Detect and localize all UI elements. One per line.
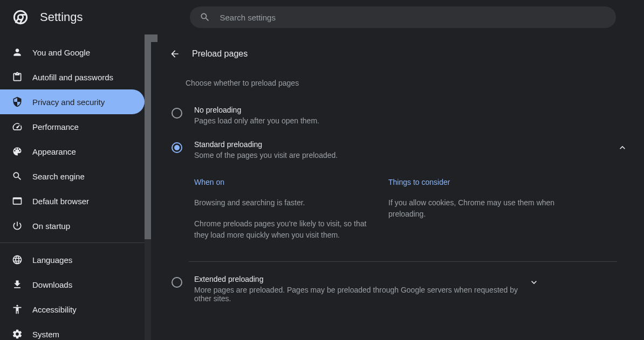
content-area: Preload pages Choose whether to preload … xyxy=(151,34,644,340)
sidebar-item-label: System xyxy=(32,330,59,339)
chevron-down-icon[interactable] xyxy=(529,277,539,288)
search-input[interactable] xyxy=(220,13,606,22)
radio-subtitle: More pages are preloaded. Pages may be p… xyxy=(194,286,529,303)
radio-content: Standard preloading Some of the pages yo… xyxy=(194,140,617,159)
globe-icon xyxy=(12,254,23,265)
page-title: Preload pages xyxy=(192,49,248,59)
radio-title: Standard preloading xyxy=(194,140,617,149)
sidebar-item-search-engine[interactable]: Search engine xyxy=(0,164,145,189)
sidebar-item-label: Search engine xyxy=(32,172,85,181)
search-icon xyxy=(12,171,23,182)
browser-icon xyxy=(12,196,23,206)
accessibility-icon xyxy=(12,304,23,315)
when-on-column: When on Browsing and searching is faster… xyxy=(194,178,367,251)
arrow-back-icon xyxy=(169,48,180,59)
app-header: Settings xyxy=(0,0,644,34)
sidebar-item-performance[interactable]: Performance xyxy=(0,114,145,139)
sidebar-item-on-startup[interactable]: On startup xyxy=(0,213,145,238)
consider-column: Things to consider If you allow cookies,… xyxy=(388,178,561,251)
radio-title: Extended preloading xyxy=(194,275,529,283)
shield-icon xyxy=(12,96,23,107)
clipboard-icon xyxy=(12,72,23,82)
radio-button[interactable] xyxy=(172,142,182,153)
radio-option-no-preloading[interactable]: No preloading Pages load only after you … xyxy=(166,98,644,133)
radio-button[interactable] xyxy=(172,108,182,119)
main-container: You and Google Autofill and passwords Pr… xyxy=(0,34,644,340)
consider-text-1: If you allow cookies, Chrome may use the… xyxy=(388,197,561,220)
sidebar-item-label: Languages xyxy=(32,255,72,265)
gear-icon xyxy=(12,329,23,339)
sidebar-item-label: On startup xyxy=(32,221,70,231)
download-icon xyxy=(12,279,23,290)
sidebar-item-you-and-google[interactable]: You and Google xyxy=(0,40,145,65)
palette-icon xyxy=(12,146,23,157)
radio-subtitle: Some of the pages you visit are preloade… xyxy=(194,151,617,159)
chevron-up-icon[interactable] xyxy=(617,142,628,153)
sidebar-item-accessibility[interactable]: Accessibility xyxy=(0,297,145,322)
sidebar-item-system[interactable]: System xyxy=(0,322,145,340)
speedometer-icon xyxy=(12,121,23,132)
radio-button[interactable] xyxy=(172,277,182,288)
section-description: Choose whether to preload pages xyxy=(186,79,644,87)
header-title: Settings xyxy=(40,10,83,24)
radio-option-standard-preloading[interactable]: Standard preloading Some of the pages yo… xyxy=(166,133,644,167)
radio-option-extended-preloading[interactable]: Extended preloading More pages are prelo… xyxy=(166,267,644,310)
radio-title: No preloading xyxy=(194,106,639,114)
section-divider xyxy=(189,261,617,262)
page-header: Preload pages xyxy=(166,45,644,63)
person-icon xyxy=(12,47,23,58)
when-on-text-2: Chrome preloads pages you're likely to v… xyxy=(194,218,367,241)
sidebar-item-label: Downloads xyxy=(32,280,72,289)
search-icon xyxy=(200,12,210,23)
sidebar-divider xyxy=(0,242,151,243)
expanded-details: When on Browsing and searching is faster… xyxy=(194,178,561,251)
sidebar-item-label: You and Google xyxy=(32,48,90,57)
sidebar-item-languages[interactable]: Languages xyxy=(0,247,145,272)
sidebar-item-label: Default browser xyxy=(32,197,89,206)
radio-content: Extended preloading More pages are prelo… xyxy=(194,275,529,303)
radio-content: No preloading Pages load only after you … xyxy=(194,106,639,125)
radio-subtitle: Pages load only after you open them. xyxy=(194,116,639,125)
power-icon xyxy=(12,220,23,231)
back-button[interactable] xyxy=(166,45,183,63)
consider-heading: Things to consider xyxy=(388,178,561,186)
sidebar: You and Google Autofill and passwords Pr… xyxy=(0,34,151,340)
sidebar-item-label: Autofill and passwords xyxy=(32,73,113,82)
sidebar-item-label: Performance xyxy=(32,122,79,131)
when-on-text-1: Browsing and searching is faster. xyxy=(194,197,367,209)
search-container[interactable] xyxy=(190,6,616,28)
sidebar-item-label: Accessibility xyxy=(32,305,77,314)
sidebar-item-autofill[interactable]: Autofill and passwords xyxy=(0,65,145,89)
sidebar-item-privacy[interactable]: Privacy and security xyxy=(0,89,145,114)
sidebar-item-default-browser[interactable]: Default browser xyxy=(0,189,145,213)
sidebar-scrollbar[interactable] xyxy=(145,34,151,340)
sidebar-item-label: Privacy and security xyxy=(32,98,105,107)
sidebar-item-label: Appearance xyxy=(32,147,76,156)
chrome-logo-icon xyxy=(13,10,28,25)
content-scrollbar-track[interactable] xyxy=(151,34,157,42)
sidebar-item-appearance[interactable]: Appearance xyxy=(0,139,145,164)
when-on-heading: When on xyxy=(194,178,367,186)
sidebar-scrollbar-thumb[interactable] xyxy=(145,34,151,239)
sidebar-item-downloads[interactable]: Downloads xyxy=(0,272,145,297)
